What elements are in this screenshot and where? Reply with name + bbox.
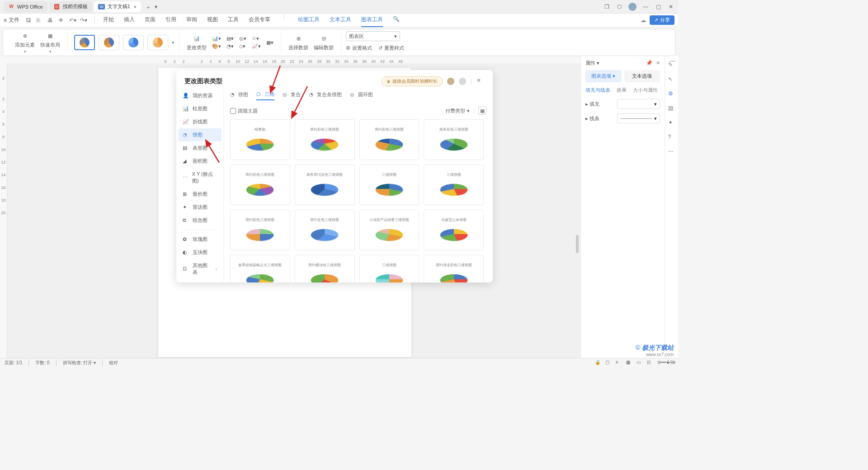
chart-area-select[interactable]: 图表区 ▾	[346, 31, 400, 41]
view-read-icon[interactable]: ▭	[637, 360, 642, 366]
sidebar-item-bar[interactable]: 📊柱形图	[178, 102, 222, 115]
chart-style-3[interactable]	[123, 35, 144, 50]
fullscreen-icon[interactable]: ⛶	[668, 360, 674, 366]
template-item[interactable]: 三维饼图	[424, 164, 484, 205]
dd-star-icon[interactable]: ☆▾	[252, 36, 261, 42]
dd-pie-icon[interactable]: ◔▾	[226, 43, 234, 49]
template-item[interactable]: 简约彩色三维饼图	[230, 164, 290, 205]
save-icon[interactable]: 🖫	[26, 17, 32, 24]
tab-draw-tools[interactable]: 绘图工具	[298, 13, 320, 27]
sidebar-item-radar[interactable]: ✦雷达图	[178, 201, 222, 214]
more-icon[interactable]: ⋯	[668, 148, 675, 155]
file-menu[interactable]: ≡ 文件	[4, 16, 19, 24]
subtab-donut[interactable]: ◎圆环图	[350, 91, 373, 100]
tab-template[interactable]: D 找稻壳模板	[49, 1, 92, 12]
chart-style-2[interactable]	[99, 35, 119, 50]
template-item[interactable]: 三维饼图	[359, 164, 420, 205]
tab-review[interactable]: 审阅	[186, 13, 197, 27]
template-item[interactable]: 简约彩色三维饼图	[230, 210, 290, 250]
help-icon[interactable]: ?	[668, 134, 675, 141]
tab-wps-office[interactable]: W WPS Office	[4, 1, 47, 12]
tab-vip[interactable]: 会员专享	[249, 13, 270, 27]
collapse-icon[interactable]: —	[669, 58, 676, 60]
dd-shape-icon[interactable]: ◇▾	[239, 43, 246, 49]
avatar-1[interactable]	[447, 78, 454, 85]
redo-icon[interactable]: ↷▾	[80, 17, 86, 24]
edit-data-button[interactable]: ⊟ 编辑数据	[314, 34, 334, 51]
dd-hbar-icon[interactable]: ▤▾	[226, 36, 234, 42]
tab-tools[interactable]: 工具	[228, 13, 239, 27]
avatar[interactable]	[628, 3, 637, 11]
sidebar-item-stock[interactable]: ⊞股价图	[178, 188, 222, 201]
size-prop-tab[interactable]: 大小与属性	[633, 87, 658, 94]
preview-icon[interactable]: 👁	[58, 17, 65, 24]
style-more-icon[interactable]: ▾	[172, 40, 175, 46]
effects-icon[interactable]: ✦	[668, 119, 675, 127]
share-button[interactable]: ↗ 分享	[650, 15, 675, 25]
zoom-fit-icon[interactable]: ⊡	[647, 360, 653, 366]
dd-grid-icon[interactable]: ▦▾	[266, 40, 274, 46]
tab-page[interactable]: 页面	[145, 13, 156, 27]
maximize-icon[interactable]: ▢	[655, 3, 662, 10]
template-item[interactable]: 简约暖绿色三维饼图	[295, 255, 355, 282]
undo-icon[interactable]: ↶▾	[69, 17, 75, 24]
scrollbar-thumb[interactable]	[576, 235, 579, 253]
tab-dropdown-icon[interactable]: ▾	[155, 4, 161, 10]
tab-start[interactable]: 开始	[103, 13, 114, 27]
select-data-button[interactable]: ⊞ 选择数据	[288, 34, 308, 51]
sidebar-item-rose[interactable]: ✿玫瑰图	[178, 233, 222, 246]
copy-window-icon[interactable]: ❐	[603, 3, 610, 10]
cube-icon[interactable]: ⬡	[616, 3, 623, 10]
sidebar-item-line[interactable]: 📈折线图	[178, 115, 222, 128]
checkbox[interactable]	[230, 108, 236, 114]
page-status[interactable]: 页面: 1/1	[5, 360, 29, 366]
word-count[interactable]: 字数: 0	[35, 360, 56, 366]
sidebar-item-combo[interactable]: ⧉组合图	[178, 214, 222, 227]
tab-reference[interactable]: 引用	[165, 13, 176, 27]
chart-options-tab[interactable]: 图表选项 ▾	[585, 70, 622, 82]
grid-view-icon[interactable]: ▦	[478, 107, 486, 115]
dd-line-icon[interactable]: 📈▾	[252, 43, 261, 49]
dialog-close-icon[interactable]: ✕	[476, 77, 485, 85]
tab-text-tools[interactable]: 文本工具	[330, 13, 351, 27]
dd-color-icon[interactable]: 🎨▾	[212, 43, 221, 49]
reset-style-icon[interactable]: ↺	[378, 45, 382, 51]
fill-line-tab[interactable]: 填充与线条	[585, 87, 610, 94]
sidebar-item-resources[interactable]: 👤我的资源	[178, 89, 222, 102]
tab-chart-tools[interactable]: 图表工具	[361, 13, 383, 27]
set-format-label[interactable]: 设置格式	[352, 45, 372, 52]
chart-style-1[interactable]	[74, 35, 95, 50]
template-item[interactable]: 商务简洁蓝色三维饼图	[295, 164, 355, 205]
effect-tab[interactable]: 效果	[617, 87, 627, 94]
layers-icon[interactable]: ▤	[668, 105, 675, 112]
line-select[interactable]: ▾	[617, 113, 660, 123]
template-item[interactable]: 小清新产品销售三维饼图	[359, 210, 420, 250]
chart-style-4[interactable]	[147, 35, 168, 50]
tab-insert[interactable]: 插入	[124, 13, 135, 27]
template-item[interactable]: 商务彩色三维饼图	[424, 119, 484, 160]
add-tab-icon[interactable]: ＋	[146, 4, 152, 10]
cloud-icon[interactable]: ☁	[641, 17, 646, 24]
close-icon[interactable]: ●	[134, 4, 137, 9]
spell-check[interactable]: 拼写检查: 打开 ▾	[63, 360, 103, 366]
document-scrollbar[interactable]	[576, 63, 580, 357]
fill-select[interactable]: ▾	[617, 99, 660, 109]
zoom-slider[interactable]: ⊖━━●━⊕	[657, 360, 663, 366]
settings-icon[interactable]: ⚙	[668, 90, 675, 98]
template-item[interactable]: 简约彩色三维饼图	[359, 119, 420, 160]
template-item[interactable]: 销售额	[230, 119, 290, 160]
vip-badge[interactable]: ♛ 超级会员限时加赠时长	[382, 76, 443, 86]
view-web-icon[interactable]: ▦	[626, 360, 632, 366]
sidebar-item-other[interactable]: ⊡其他图表›	[178, 259, 222, 279]
sidebar-item-jade[interactable]: ◐玉玦图	[178, 246, 222, 259]
dd-bar-icon[interactable]: 📊▾	[212, 36, 221, 42]
set-format-icon[interactable]: ⚙	[346, 45, 350, 51]
template-item[interactable]: 简约彩色三维饼图	[295, 119, 355, 160]
template-item[interactable]: 简约渐变彩色三维饼图	[424, 255, 484, 282]
view-outline-icon[interactable]: ≡	[616, 360, 622, 366]
tab-view[interactable]: 视图	[207, 13, 218, 27]
print-icon[interactable]: 🖶	[47, 17, 54, 24]
minimize-icon[interactable]: —	[642, 3, 649, 10]
text-options-tab[interactable]: 文本选项	[624, 70, 660, 82]
proof[interactable]: 校对	[109, 360, 124, 366]
